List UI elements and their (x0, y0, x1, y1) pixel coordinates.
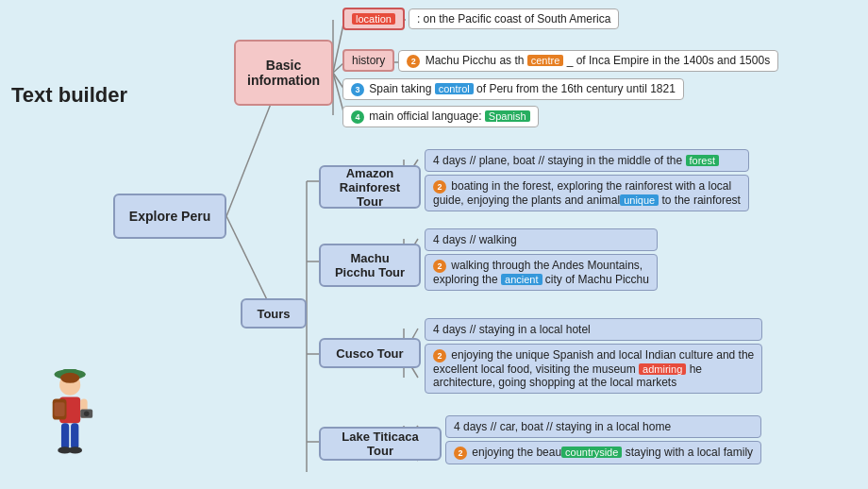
svg-point-42 (84, 411, 90, 416)
svg-rect-38 (71, 423, 78, 449)
cusco-badge2: 2 (433, 349, 446, 363)
basic-info-label: Basic information (240, 58, 327, 88)
location-text: : on the Pacific coast of South America (417, 12, 610, 25)
location-highlight: location (352, 13, 395, 25)
svg-point-32 (60, 373, 79, 383)
admiring-highlight: admiring (639, 363, 686, 375)
spanish-highlight: Spanish (485, 110, 530, 122)
language-content: 4 main official language: Spanish (342, 106, 539, 127)
basic-info-node: Basic information (234, 40, 333, 106)
centre-highlight: centre (527, 55, 564, 66)
amazon-badge2: 2 (433, 180, 446, 194)
central-node-label: Explore Peru (129, 209, 210, 224)
machu-line2: 2 walking through the Andes Mountains, e… (425, 254, 658, 291)
location-content: : on the Pacific coast of South America (409, 8, 619, 29)
amazon-line1: 4 days // plane, boat // staying in the … (425, 149, 749, 172)
machu-line1: 4 days // walking (425, 228, 658, 251)
tours-node: Tours (241, 298, 307, 329)
spain-badge: 3 (351, 83, 364, 96)
svg-rect-37 (61, 423, 69, 449)
machu-tour-node: MachuPicchu Tour (319, 244, 421, 287)
cusco-content: 4 days // staying in a local hotel 2 enj… (425, 318, 762, 394)
location-label: location (342, 8, 405, 30)
central-node: Explore Peru (113, 194, 226, 239)
language-row: 4 main official language: Spanish (342, 106, 539, 127)
forest-highlight: forest (686, 155, 720, 166)
control-highlight: control (435, 83, 474, 94)
lake-tour-node: Lake Titicaca Tour (319, 427, 442, 461)
language-badge: 4 (351, 110, 364, 124)
tours-label: Tours (257, 307, 290, 321)
lake-badge2: 2 (454, 447, 467, 460)
spain-content: 3 Spain taking control of Peru from the … (342, 78, 684, 100)
spain-row: 3 Spain taking control of Peru from the … (342, 78, 684, 100)
svg-rect-35 (55, 402, 65, 416)
lake-line2: 2 enjoying the beaucountryside staying w… (445, 441, 761, 464)
svg-point-40 (68, 447, 82, 453)
history-content: 2 Machu Picchu as th centre _ of Inca Em… (398, 50, 778, 72)
amazon-tour-node: AmazonRainforest Tour (319, 165, 421, 209)
cusco-line2: 2 enjoying the unique Spanish and local … (425, 344, 762, 394)
app-title: Text builder (11, 83, 127, 108)
lake-line1: 4 days // car, boat // staying in a loca… (445, 415, 761, 438)
location-row: location : on the Pacific coast of South… (342, 8, 619, 30)
history-badge: 2 (407, 55, 420, 68)
title-text: Text builder (11, 83, 127, 107)
character-illustration (34, 359, 109, 472)
cusco-tour-node: Cusco Tour (319, 338, 421, 368)
amazon-content: 4 days // plane, boat // staying in the … (425, 149, 749, 211)
history-label: history (342, 49, 394, 72)
amazon-line2: 2 boating in the forest, exploring the r… (425, 175, 749, 211)
cusco-line1: 4 days // staying in a local hotel (425, 318, 762, 341)
unique-highlight: unique (620, 194, 659, 206)
lake-content: 4 days // car, boat // staying in a loca… (445, 415, 761, 464)
machu-badge2: 2 (433, 260, 446, 273)
ancient-highlight: ancient (501, 274, 542, 285)
countryside-highlight: countryside (561, 447, 622, 458)
machu-content: 4 days // walking 2 walking through the … (425, 228, 658, 291)
history-row: history 2 Machu Picchu as th centre _ of… (342, 49, 778, 72)
